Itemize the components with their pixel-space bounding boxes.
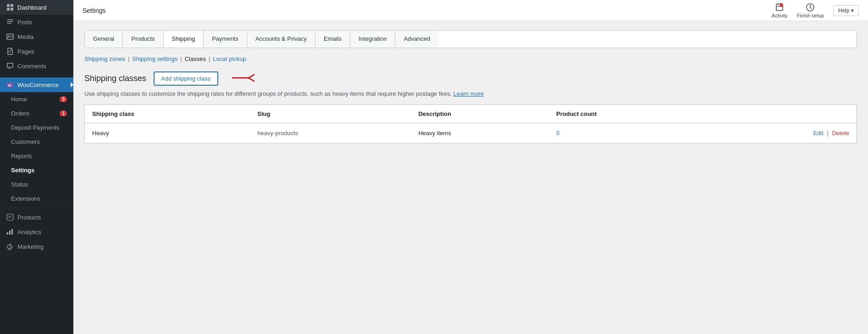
svg-rect-3 [11,8,13,11]
subnav-local[interactable]: Local pickup [213,55,246,62]
finish-setup-label: Finish setup [797,13,824,18]
subnav-sep-2: | [180,55,182,62]
tab-shipping[interactable]: Shipping [164,31,204,48]
activity-button[interactable]: Activity [772,3,788,18]
sidebar-label-pages: Pages [17,48,34,55]
sidebar-item-marketing[interactable]: Marketing [0,239,73,254]
subnav-sep-1: | [128,55,129,62]
media-icon [6,33,14,40]
dashboard-icon [6,4,14,11]
activity-label: Activity [772,13,788,18]
row-name: Heavy [85,123,250,143]
main-area: Settings Activity [73,0,868,334]
delete-link[interactable]: Delete [832,130,849,137]
tab-advanced[interactable]: Advanced [395,31,438,48]
row-actions: Edit | Delete [709,123,857,143]
subnav-zones[interactable]: Shipping zones [84,55,125,62]
svg-rect-1 [11,4,13,7]
sidebar-label-analytics: Analytics [17,229,41,235]
action-sep: | [827,130,830,137]
sidebar-item-media[interactable]: Media [0,29,73,44]
products-icon [6,214,14,221]
page-title: Settings [83,7,106,14]
sidebar-item-status[interactable]: Status [0,177,73,192]
sidebar-label-status: Status [11,181,28,188]
tab-integration[interactable]: Integration [350,31,395,48]
svg-text:W: W [8,83,11,88]
description-text: Use shipping classes to customize the sh… [84,90,857,97]
svg-rect-8 [7,232,8,235]
sidebar-label-media: Media [17,33,33,40]
tab-general[interactable]: General [85,31,123,48]
activity-icon [775,3,784,12]
pages-icon [6,48,14,55]
sidebar-label-home: Home [11,96,27,103]
finish-setup-icon [806,3,815,12]
learn-more-link[interactable]: Learn more [453,90,484,97]
help-label: Help [838,7,850,14]
comments-icon [6,62,14,70]
help-button[interactable]: Help ▾ [833,5,859,16]
woocommerce-icon: W [6,81,14,88]
topbar-right: Activity Finish setup Help ▾ [772,3,859,18]
sidebar-item-comments[interactable]: Comments [0,59,73,73]
svg-rect-9 [9,230,11,235]
table-body: Heavy heavy-products Heavy items 0 Edit … [85,123,857,143]
edit-link[interactable]: Edit [813,130,823,137]
shipping-table: Shipping class Slug Description Product … [84,104,857,143]
col-slug: Slug [250,105,411,123]
sidebar-item-posts[interactable]: Posts [0,15,73,29]
sidebar-item-analytics[interactable]: Analytics [0,224,73,239]
sidebar-label-posts: Posts [17,19,33,26]
sidebar-item-woocommerce[interactable]: W WooCommerce [0,77,73,92]
sub-nav: Shipping zones | Shipping settings | Cla… [84,55,857,62]
sidebar-label-extensions: Extensions [11,195,40,202]
row-count: 0 [549,123,709,143]
sidebar-divider-1 [0,75,73,76]
svg-point-5 [8,35,10,37]
settings-tabs: General Products Shipping Payments Accou… [84,30,857,48]
finish-setup-button[interactable]: Finish setup [797,3,824,18]
sidebar: Dashboard Posts Media Pages [0,0,73,334]
row-slug: heavy-products [250,123,411,143]
marketing-icon [6,243,14,250]
tab-payments[interactable]: Payments [204,31,247,48]
col-product-count: Product count [549,105,709,123]
tab-products[interactable]: Products [123,31,163,48]
sidebar-label-settings: Settings [11,167,34,174]
sidebar-label-reports: Reports [11,153,32,159]
topbar: Settings Activity [73,0,868,21]
tab-emails[interactable]: Emails [315,31,350,48]
sidebar-label-products: Products [17,214,41,221]
sidebar-item-settings[interactable]: Settings [0,163,73,177]
sidebar-item-extensions[interactable]: Extensions [0,192,73,206]
sidebar-item-products[interactable]: Products [0,210,73,224]
home-badge: 3 [60,96,67,102]
sidebar-item-deposit[interactable]: Deposit Payments [0,120,73,135]
red-arrow-annotation [230,71,258,85]
sidebar-item-orders[interactable]: Orders 1 [0,106,73,120]
sidebar-label-orders: Orders [11,110,29,117]
subnav-settings[interactable]: Shipping settings [132,55,177,62]
help-dropdown-icon: ▾ [851,7,854,14]
table-header: Shipping class Slug Description Product … [85,105,857,123]
svg-point-12 [780,3,783,7]
row-description: Heavy items [411,123,549,143]
col-description: Description [411,105,549,123]
sidebar-label-dashboard: Dashboard [17,4,47,11]
sidebar-item-dashboard[interactable]: Dashboard [0,0,73,15]
sidebar-item-customers[interactable]: Customers [0,135,73,149]
sidebar-item-reports[interactable]: Reports [0,149,73,163]
orders-badge: 1 [60,110,67,116]
sidebar-divider-2 [0,208,73,208]
sidebar-label-comments: Comments [17,63,46,70]
section-header: Shipping classes Add shipping class [84,71,857,86]
sidebar-label-deposit: Deposit Payments [11,124,60,131]
tab-accounts[interactable]: Accounts & Privacy [247,31,315,48]
content-area: General Products Shipping Payments Accou… [73,21,868,334]
add-shipping-class-button[interactable]: Add shipping class [154,71,218,86]
svg-rect-2 [7,8,10,11]
sidebar-item-pages[interactable]: Pages [0,44,73,59]
sidebar-item-home[interactable]: Home 3 [0,92,73,106]
analytics-icon [6,228,14,235]
